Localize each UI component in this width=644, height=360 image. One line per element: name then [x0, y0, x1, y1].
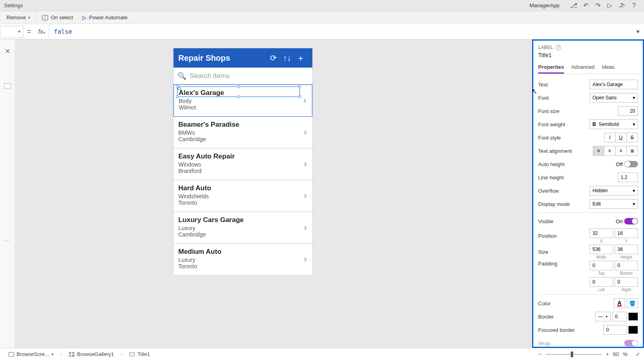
align-justify-button[interactable]: ≣	[627, 146, 638, 156]
underline-button[interactable]: U	[615, 133, 627, 142]
app-name: ManagerApp	[530, 2, 559, 8]
pos-x-input[interactable]	[590, 228, 613, 238]
help-info-icon[interactable]: ?	[555, 45, 561, 50]
strike-button[interactable]: S	[627, 133, 638, 142]
align-right-button[interactable]: ≡	[615, 146, 627, 156]
prop-label-lineheight: Line height	[538, 175, 615, 181]
align-left-button[interactable]: ≡	[593, 146, 604, 156]
chevron-right-icon[interactable]: ›	[304, 222, 307, 233]
prop-label-border: Border	[538, 314, 593, 320]
pad-top-input[interactable]	[590, 261, 613, 270]
remove-button[interactable]: Remove ▾	[2, 13, 34, 22]
power-automate-button[interactable]: ▷ Power Automate	[78, 13, 131, 22]
play-icon[interactable]: ▷	[604, 1, 616, 10]
search-placeholder: Search items	[190, 72, 229, 80]
fill-color-button[interactable]: 🪣	[627, 298, 638, 308]
item-title[interactable]: Alex's Garage	[179, 89, 224, 97]
control-type-label: LABEL	[538, 45, 553, 50]
property-selector[interactable]: ▾	[0, 26, 23, 38]
list-item[interactable]: Easy Auto Repair Windows Brantford ›	[173, 148, 312, 180]
sort-icon[interactable]: ↑↓	[280, 53, 294, 63]
item-location: Cambridge	[178, 231, 308, 238]
fontsize-input[interactable]	[618, 106, 638, 116]
displaymode-select[interactable]: Edit▾	[590, 199, 638, 209]
share-icon[interactable]	[616, 1, 628, 10]
list-item[interactable]: Beamer's Paradise BMWs Cambridge ›	[173, 117, 312, 148]
fontweight-select[interactable]: B Semibold▾	[590, 119, 638, 129]
breadcrumb-gallery[interactable]: BrowseGallery1	[64, 350, 118, 358]
source-control-icon[interactable]: ⎇	[568, 1, 580, 10]
w-label: Width	[596, 255, 607, 259]
font-select[interactable]: Open Sans▾	[590, 93, 638, 103]
add-icon[interactable]: ＋	[294, 53, 308, 64]
pad-left-input[interactable]	[590, 277, 613, 287]
border-style-select[interactable]: —▾	[595, 312, 611, 321]
text-input[interactable]	[590, 80, 638, 89]
help-icon[interactable]: ?	[628, 1, 640, 10]
focusedborder-width-input[interactable]	[603, 325, 627, 335]
overflow-select[interactable]: Hidden▾	[590, 186, 638, 195]
pad-bottom-input[interactable]	[615, 261, 638, 270]
breadcrumb-control[interactable]: Title1	[125, 350, 154, 358]
x-label: X	[600, 239, 603, 243]
tab-properties[interactable]: Properties	[538, 64, 564, 74]
app-preview: Repair Shops ⟳ ↑↓ ＋ 🔍 Search items Alex'…	[173, 48, 312, 275]
close-icon[interactable]: ✕	[5, 47, 10, 55]
width-input[interactable]	[590, 245, 613, 254]
chevron-right-icon[interactable]: ›	[304, 159, 307, 169]
undo-icon[interactable]: ↶	[580, 1, 592, 10]
canvas-area[interactable]: Repair Shops ⟳ ↑↓ ＋ 🔍 Search items Alex'…	[15, 39, 532, 348]
focusedborder-color-swatch[interactable]	[628, 326, 638, 334]
breadcrumb-screen[interactable]: BrowseScre... ▾	[4, 350, 58, 358]
svg-rect-3	[72, 352, 74, 354]
onselect-button[interactable]: On select	[38, 13, 77, 22]
zoom-in-button[interactable]: +	[606, 351, 609, 357]
zoom-out-button[interactable]: −	[539, 351, 542, 357]
screen-thumbnail[interactable]	[4, 83, 11, 89]
more-icon[interactable]: ···	[4, 237, 11, 243]
prop-label-position: Position	[538, 233, 587, 239]
search-box[interactable]: 🔍 Search items	[173, 68, 312, 84]
list-item[interactable]: Luxury Cars Garage Luxury Cambridge ›	[173, 212, 312, 244]
tab-advanced[interactable]: Advanced	[571, 64, 594, 74]
wrap-toggle[interactable]	[624, 340, 638, 346]
tab-ideas[interactable]: Ideas	[602, 64, 615, 74]
crumb2-label: BrowseGallery1	[77, 351, 114, 357]
expand-formula-icon[interactable]: ▾	[632, 28, 644, 35]
chevron-right-icon[interactable]: ›	[303, 95, 306, 106]
prop-label-textalign: Text alignment	[538, 148, 590, 154]
fullscreen-icon[interactable]: ⤢	[636, 351, 640, 357]
visible-toggle[interactable]	[624, 218, 638, 224]
refresh-icon[interactable]: ⟳	[266, 53, 280, 63]
prop-label-wrap: Wrap	[538, 340, 622, 346]
border-width-input[interactable]	[612, 312, 627, 321]
list-item[interactable]: Medium Auto Luxury Toronto ›	[173, 244, 312, 275]
svg-rect-0	[42, 15, 48, 20]
page-title: Settings	[4, 2, 23, 8]
pad-right-input[interactable]	[615, 277, 638, 287]
autoheight-toggle[interactable]	[624, 161, 638, 167]
formula-input[interactable]: false	[49, 28, 632, 35]
chevron-right-icon[interactable]: ›	[304, 127, 307, 138]
t-label: Top	[598, 271, 605, 276]
gallery-icon	[69, 352, 74, 357]
italic-button[interactable]: I	[604, 133, 615, 142]
list-item[interactable]: Alex's Garage Body Wilmot ›	[173, 84, 312, 117]
chevron-down-icon: ▾	[28, 15, 30, 20]
prop-label-autoheight: Auto height	[538, 161, 613, 167]
align-center-button[interactable]: ≡	[604, 146, 615, 156]
search-icon: 🔍	[178, 72, 186, 80]
item-title: Medium Auto	[178, 248, 308, 256]
height-input[interactable]	[615, 245, 638, 254]
chevron-right-icon[interactable]: ›	[304, 191, 307, 201]
power-automate-label: Power Automate	[89, 14, 127, 21]
redo-icon[interactable]: ↷	[592, 1, 604, 10]
chevron-right-icon[interactable]: ›	[304, 254, 307, 265]
list-item[interactable]: Hard Auto Windshields Toronto ›	[173, 180, 312, 212]
fx-icon[interactable]: fx▾	[35, 24, 49, 39]
pos-y-input[interactable]	[615, 228, 638, 238]
font-color-button[interactable]: A	[614, 298, 625, 308]
zoom-slider[interactable]	[545, 354, 602, 355]
border-color-swatch[interactable]	[628, 313, 638, 321]
lineheight-input[interactable]	[618, 173, 638, 182]
